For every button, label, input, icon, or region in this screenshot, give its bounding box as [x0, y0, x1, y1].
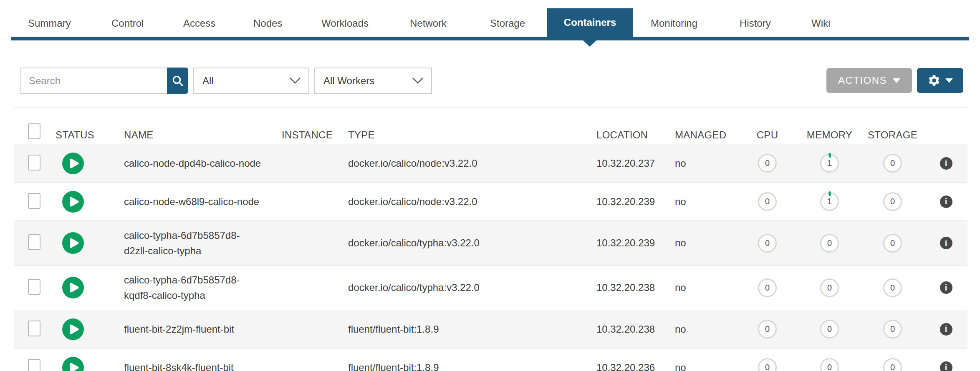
container-managed: no — [661, 362, 736, 371]
container-type: docker.io/calico/node:v3.22.0 — [334, 196, 583, 208]
storage-badge[interactable]: 0 — [883, 234, 902, 253]
tab-nodes[interactable]: Nodes — [253, 18, 282, 29]
container-location: 10.32.20.237 — [583, 158, 661, 169]
search-group — [20, 68, 188, 94]
container-location: 10.32.20.236 — [583, 362, 661, 371]
header-status: STATUS — [56, 129, 110, 144]
tab-network[interactable]: Network — [410, 18, 447, 29]
header-location: LOCATION — [583, 129, 661, 144]
nav-underline — [11, 37, 969, 40]
cpu-badge[interactable]: 0 — [758, 234, 777, 253]
filter-workers-select[interactable]: All Workers — [314, 68, 432, 94]
container-name-link[interactable]: calico-node-dpd4b-calico-node — [124, 149, 261, 178]
table-row: calico-node-dpd4b-calico-node docker.io/… — [14, 144, 967, 183]
cpu-badge[interactable]: 0 — [758, 320, 777, 338]
header-instance: INSTANCE — [282, 129, 334, 144]
tab-history[interactable]: History — [740, 18, 771, 29]
container-name-link[interactable]: fluent-bit-8sk4k-fluent-bit — [124, 353, 234, 371]
header-storage: STORAGE — [868, 129, 917, 144]
container-location: 10.32.20.239 — [583, 196, 661, 208]
caret-down-icon — [945, 78, 953, 83]
tab-control[interactable]: Control — [111, 18, 144, 29]
storage-badge[interactable]: 0 — [883, 192, 902, 211]
storage-badge[interactable]: 0 — [883, 154, 902, 173]
search-button[interactable] — [167, 68, 188, 94]
memory-badge[interactable]: 0 — [820, 358, 839, 371]
tab-storage[interactable]: Storage — [490, 18, 525, 29]
tab-monitoring[interactable]: Monitoring — [651, 18, 697, 29]
settings-button[interactable] — [917, 68, 963, 93]
container-location: 10.32.20.238 — [583, 323, 661, 335]
tab-containers-active[interactable]: Containers — [547, 8, 633, 37]
container-type: docker.io/calico/typha:v3.22.0 — [334, 237, 583, 249]
memory-badge[interactable]: 1 — [820, 192, 839, 211]
container-managed: no — [661, 158, 736, 169]
status-running-icon[interactable] — [62, 232, 84, 254]
chevron-down-icon — [289, 77, 301, 84]
filter-type-select[interactable]: All — [193, 68, 309, 94]
filter-workers-value: All Workers — [323, 75, 374, 87]
memory-badge[interactable]: 0 — [820, 234, 839, 253]
row-checkbox[interactable] — [28, 279, 40, 295]
info-icon[interactable]: i — [940, 196, 952, 208]
status-running-icon[interactable] — [62, 357, 84, 371]
row-checkbox[interactable] — [28, 321, 40, 336]
memory-badge[interactable]: 0 — [820, 278, 839, 297]
container-type: fluent/fluent-bit:1.8.9 — [334, 362, 583, 371]
tab-wiki[interactable]: Wiki — [811, 18, 830, 29]
row-checkbox[interactable] — [28, 193, 40, 209]
status-running-icon[interactable] — [62, 277, 84, 298]
info-icon[interactable]: i — [940, 237, 952, 249]
container-managed: no — [661, 282, 736, 293]
container-location: 10.32.20.238 — [583, 282, 661, 293]
tab-workloads[interactable]: Workloads — [321, 18, 369, 29]
storage-badge[interactable]: 0 — [883, 358, 902, 371]
container-name-link[interactable]: calico-typha-6d7b5857d8-d2zll-calico-typ… — [124, 221, 262, 265]
table-row: calico-typha-6d7b5857d8-kqdf8-calico-typ… — [14, 266, 967, 310]
storage-badge[interactable]: 0 — [883, 320, 902, 338]
table-body: calico-node-dpd4b-calico-node docker.io/… — [14, 144, 967, 371]
container-managed: no — [661, 237, 736, 249]
chevron-down-icon — [412, 77, 424, 84]
container-managed: no — [661, 196, 736, 208]
container-name-link[interactable]: calico-typha-6d7b5857d8-kqdf8-calico-typ… — [124, 266, 262, 310]
tab-access[interactable]: Access — [183, 18, 215, 29]
memory-badge[interactable]: 0 — [820, 320, 839, 338]
storage-badge[interactable]: 0 — [883, 278, 902, 297]
memory-badge[interactable]: 1 — [820, 154, 839, 173]
row-checkbox[interactable] — [28, 234, 40, 250]
container-type: fluent/fluent-bit:1.8.9 — [334, 323, 583, 335]
cpu-badge[interactable]: 0 — [758, 192, 777, 211]
row-checkbox[interactable] — [28, 155, 40, 170]
info-icon[interactable]: i — [940, 361, 952, 371]
cpu-badge[interactable]: 0 — [758, 278, 777, 297]
container-name-link[interactable]: calico-node-w68l9-calico-node — [124, 187, 259, 216]
search-input[interactable] — [20, 68, 167, 94]
cpu-badge[interactable]: 0 — [758, 154, 777, 173]
select-all-checkbox[interactable] — [28, 123, 40, 139]
info-icon[interactable]: i — [940, 281, 952, 294]
table-row: calico-typha-6d7b5857d8-d2zll-calico-typ… — [14, 221, 967, 266]
cpu-badge[interactable]: 0 — [758, 358, 777, 371]
top-nav: Summary Control Access Nodes Workloads N… — [0, 0, 980, 50]
header-memory: MEMORY — [807, 129, 852, 144]
header-type: TYPE — [334, 129, 583, 144]
tab-summary[interactable]: Summary — [28, 18, 71, 29]
info-icon[interactable]: i — [940, 157, 952, 170]
info-icon[interactable]: i — [940, 323, 952, 336]
search-icon — [172, 75, 184, 87]
table-header-row: STATUS NAME INSTANCE TYPE LOCATION MANAG… — [14, 108, 967, 144]
row-checkbox[interactable] — [28, 359, 40, 371]
container-type: docker.io/calico/node:v3.22.0 — [334, 158, 583, 169]
status-running-icon[interactable] — [62, 153, 84, 174]
containers-table: STATUS NAME INSTANCE TYPE LOCATION MANAG… — [14, 108, 967, 371]
actions-button[interactable]: ACTIONS — [826, 68, 912, 93]
status-running-icon[interactable] — [62, 318, 84, 340]
filter-type-value: All — [202, 75, 214, 87]
container-type: docker.io/calico/typha:v3.22.0 — [334, 282, 583, 293]
container-location: 10.32.20.239 — [583, 237, 661, 249]
status-running-icon[interactable] — [62, 191, 84, 213]
container-name-link[interactable]: fluent-bit-2z2jm-fluent-bit — [124, 315, 234, 343]
header-cpu: CPU — [757, 129, 778, 144]
table-row: fluent-bit-2z2jm-fluent-bit fluent/fluen… — [14, 310, 967, 348]
